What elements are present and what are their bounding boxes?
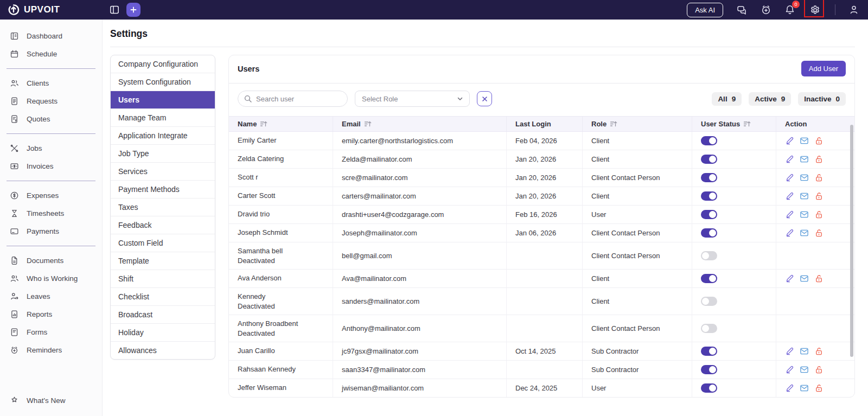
status-toggle[interactable]	[701, 228, 717, 238]
status-toggle[interactable]	[701, 155, 717, 164]
mail-action-button[interactable]	[800, 365, 809, 374]
status-toggle[interactable]	[701, 191, 717, 201]
edit-action-button[interactable]	[785, 173, 794, 182]
sidebar-item-whats-new[interactable]: What's New	[0, 392, 102, 409]
sidebar-item-requests[interactable]: Requests	[0, 92, 102, 110]
quick-add-button[interactable]	[126, 3, 141, 17]
sidebar-item-jobs[interactable]: Jobs	[0, 139, 102, 157]
settings-nav-item-users[interactable]: Users	[111, 91, 215, 109]
unlock-action-button[interactable]	[814, 173, 824, 182]
status-toggle[interactable]	[701, 383, 717, 393]
column-header-user-status[interactable]: User Status	[692, 117, 776, 131]
edit-action-button[interactable]	[785, 155, 794, 164]
settings-nav-item-template[interactable]: Template	[111, 252, 215, 270]
status-toggle[interactable]	[701, 324, 717, 333]
sidebar-toggle-button[interactable]	[109, 4, 120, 15]
mail-action-button[interactable]	[800, 155, 809, 164]
status-toggle[interactable]	[701, 136, 717, 145]
settings-nav-item-job-type[interactable]: Job Type	[111, 145, 215, 163]
settings-nav-item-broadcast[interactable]: Broadcast	[111, 306, 215, 324]
status-toggle[interactable]	[701, 210, 717, 219]
profile-button[interactable]	[848, 4, 859, 15]
sidebar-item-payments[interactable]: Payments	[0, 222, 102, 240]
edit-action-button[interactable]	[785, 274, 794, 283]
edit-action-button[interactable]	[785, 383, 794, 393]
settings-nav-item-checklist[interactable]: Checklist	[111, 288, 215, 306]
sidebar-item-timesheets[interactable]: Timesheets	[0, 204, 102, 222]
sidebar-item-dashboard[interactable]: Dashboard	[0, 27, 102, 45]
sidebar-item-quotes[interactable]: Quotes	[0, 110, 102, 128]
edit-action-button[interactable]	[785, 136, 794, 145]
settings-nav-item-manage-team[interactable]: Manage Team	[111, 109, 215, 127]
status-toggle[interactable]	[701, 274, 717, 283]
unlock-action-button[interactable]	[814, 155, 824, 164]
clear-filters-button[interactable]	[477, 91, 492, 106]
mail-action-button[interactable]	[800, 210, 809, 219]
settings-nav-item-holiday[interactable]: Holiday	[111, 324, 215, 342]
edit-action-button[interactable]	[785, 210, 794, 219]
column-header-role[interactable]: Role	[583, 117, 692, 131]
status-toggle[interactable]	[701, 347, 717, 356]
unlock-action-button[interactable]	[814, 136, 824, 145]
sidebar-item-who-is-working[interactable]: Who is Working	[0, 270, 102, 287]
activity-alarm-button[interactable]	[761, 4, 771, 15]
settings-button[interactable]	[808, 3, 822, 17]
filter-chip-active[interactable]: Active9	[749, 92, 791, 106]
sidebar-item-reminders[interactable]: Reminders	[0, 341, 102, 359]
sidebar-item-documents[interactable]: Documents	[0, 252, 102, 270]
mail-action-button[interactable]	[800, 383, 809, 393]
vertical-scrollbar-thumb[interactable]	[850, 125, 853, 357]
ask-ai-button[interactable]: Ask AI	[687, 3, 723, 17]
chat-button[interactable]	[736, 4, 748, 16]
mail-action-button[interactable]	[800, 173, 809, 182]
edit-action-button[interactable]	[785, 365, 794, 374]
filter-chip-all[interactable]: All9	[712, 92, 742, 106]
sidebar-item-forms[interactable]: Forms	[0, 323, 102, 341]
role-select[interactable]: Select Role	[355, 91, 470, 107]
sidebar-item-invoices[interactable]: Invoices	[0, 157, 102, 175]
user-name: Ava Anderson	[238, 273, 328, 283]
mail-action-button[interactable]	[800, 347, 809, 356]
settings-nav-item-allowances[interactable]: Allowances	[111, 342, 215, 359]
settings-nav-item-system-configuration[interactable]: System Configuration	[111, 73, 215, 91]
search-input[interactable]	[256, 95, 332, 103]
unlock-action-button[interactable]	[814, 347, 824, 356]
status-toggle[interactable]	[701, 297, 717, 306]
sidebar-item-clients[interactable]: Clients	[0, 74, 102, 92]
mail-action-button[interactable]	[800, 228, 809, 238]
settings-nav-item-services[interactable]: Services	[111, 163, 215, 181]
mail-action-button[interactable]	[800, 136, 809, 145]
settings-nav-item-feedback[interactable]: Feedback	[111, 216, 215, 234]
cell-role: User	[583, 206, 692, 224]
sidebar-item-leaves[interactable]: Leaves	[0, 287, 102, 305]
mail-action-button[interactable]	[800, 274, 809, 283]
edit-action-button[interactable]	[785, 347, 794, 356]
settings-nav-item-custom-field[interactable]: Custom Field	[111, 234, 215, 252]
settings-nav-item-application-integrate[interactable]: Application Integrate	[111, 127, 215, 145]
unlock-action-button[interactable]	[814, 383, 824, 393]
unlock-action-button[interactable]	[814, 274, 824, 283]
edit-action-button[interactable]	[785, 228, 794, 238]
status-toggle[interactable]	[701, 365, 717, 374]
edit-action-button[interactable]	[785, 191, 794, 201]
unlock-action-button[interactable]	[814, 210, 824, 219]
settings-nav-item-shift[interactable]: Shift	[111, 270, 215, 288]
settings-nav-item-taxes[interactable]: Taxes	[111, 199, 215, 216]
sidebar-item-schedule[interactable]: Schedule	[0, 45, 102, 63]
notifications-button[interactable]: 0	[784, 4, 795, 15]
settings-nav-item-payment-methods[interactable]: Payment Methods	[111, 181, 215, 199]
sidebar-item-reports[interactable]: Reports	[0, 305, 102, 323]
sort-icon	[260, 120, 267, 127]
column-header-email[interactable]: Email	[333, 117, 507, 131]
column-header-name[interactable]: Name	[229, 117, 333, 131]
mail-action-button[interactable]	[800, 191, 809, 201]
filter-chip-inactive[interactable]: Inactive0	[798, 92, 846, 106]
add-user-button[interactable]: Add User	[801, 61, 846, 76]
unlock-action-button[interactable]	[814, 365, 824, 374]
settings-nav-item-company-configuration[interactable]: Company Configuration	[111, 55, 215, 73]
unlock-action-button[interactable]	[814, 228, 824, 238]
sidebar-item-expenses[interactable]: Expenses	[0, 187, 102, 204]
status-toggle[interactable]	[701, 173, 717, 182]
status-toggle[interactable]	[701, 251, 717, 260]
unlock-action-button[interactable]	[814, 191, 824, 201]
